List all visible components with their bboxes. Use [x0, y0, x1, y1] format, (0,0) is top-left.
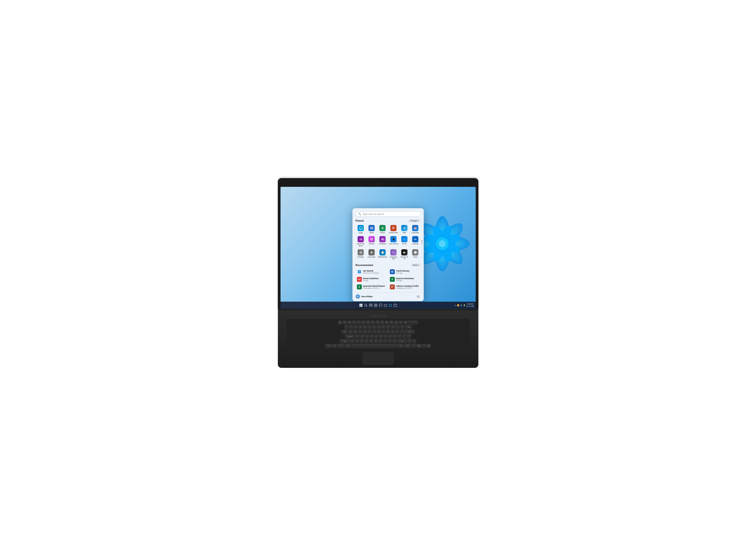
key-a[interactable]: A — [356, 335, 360, 339]
app-linkedin[interactable]: in LinkedIn — [410, 235, 420, 248]
app-edge[interactable]: Edge — [355, 224, 366, 235]
start-button[interactable] — [359, 303, 363, 307]
key-f5[interactable]: F5 — [361, 321, 365, 325]
key-pgup[interactable]: ↑ — [408, 339, 412, 343]
app-store[interactable]: 🛍 Microsoft Store — [355, 235, 366, 248]
key-slash[interactable]: / — [392, 339, 396, 343]
key-h[interactable]: H — [379, 335, 383, 339]
key-q[interactable]: Q — [349, 330, 353, 334]
key-lalt[interactable]: Alt — [345, 344, 351, 348]
key-b[interactable]: B — [369, 339, 373, 343]
tray-wifi[interactable]: 📶 — [457, 304, 459, 306]
key-4[interactable]: 4 — [363, 325, 367, 329]
rec-quarterly-payroll[interactable]: X Quarterly Payroll Report Yesterday at … — [355, 284, 387, 290]
taskbar-taskview[interactable] — [369, 303, 373, 307]
key-enter[interactable]: Enter — [405, 330, 415, 334]
taskbar-widgets[interactable] — [374, 303, 378, 307]
key-f7[interactable]: F7 — [371, 321, 375, 325]
key-lshift[interactable]: Shift — [340, 339, 350, 343]
key-rbracket[interactable]: ] — [400, 330, 404, 334]
app-whiteboard[interactable]: 📋 Whiteboard — [377, 248, 388, 261]
app-settings[interactable]: ⚙ Settings — [355, 248, 366, 261]
key-7[interactable]: 7 — [377, 325, 381, 329]
taskbar-datetime[interactable]: 10/20/21 11:11 AM — [466, 303, 474, 308]
rec-adatum-profile[interactable]: P Adatum Company Profile Yesterday at 1:… — [388, 284, 420, 290]
key-right[interactable]: → — [422, 344, 426, 348]
key-v[interactable]: V — [364, 339, 368, 343]
key-f3[interactable]: F3 — [352, 321, 356, 325]
key-home[interactable]: Home — [417, 344, 421, 348]
key-left[interactable]: ← — [412, 344, 416, 348]
key-space[interactable] — [352, 344, 397, 348]
taskbar-file-explorer[interactable] — [383, 303, 387, 307]
key-f11[interactable]: F11 — [389, 321, 393, 325]
key-m[interactable]: M — [378, 339, 382, 343]
key-2[interactable]: 2 — [354, 325, 358, 329]
key-f4[interactable]: F4 — [357, 321, 361, 325]
key-comma[interactable]: , — [383, 339, 387, 343]
taskbar-chat[interactable] — [379, 303, 383, 307]
key-backspace2[interactable]: ⌫ — [405, 325, 412, 329]
key-lbracket[interactable]: [ — [395, 330, 400, 334]
touchpad[interactable] — [363, 352, 394, 365]
taskbar-edge[interactable] — [388, 303, 392, 307]
key-e[interactable]: E — [358, 330, 362, 334]
key-f2[interactable]: F2 — [347, 321, 351, 325]
key-minus[interactable]: - — [396, 325, 400, 329]
tray-battery[interactable]: 🔋 — [463, 304, 465, 306]
key-end[interactable]: End — [427, 344, 431, 348]
rec-travel-itinerary[interactable]: W Travel Itinerary 17m ago — [388, 268, 420, 275]
key-equals[interactable]: = — [400, 325, 404, 329]
key-period[interactable]: . — [388, 339, 392, 343]
tray-chevron[interactable]: ∧ — [455, 304, 456, 306]
app-word[interactable]: W Word — [366, 224, 377, 235]
key-esc[interactable]: Esc — [338, 321, 342, 325]
key-rctrl[interactable]: Ctrl — [405, 344, 411, 348]
taskbar-search[interactable] — [364, 303, 368, 307]
tray-volume[interactable]: 🔊 — [460, 304, 462, 306]
key-u[interactable]: U — [377, 330, 381, 334]
taskbar-store[interactable] — [393, 303, 397, 307]
key-i[interactable]: I — [381, 330, 385, 334]
app-powerpoint[interactable]: P PowerPoint — [388, 224, 399, 235]
key-f10[interactable]: F10 — [385, 321, 389, 325]
key-backspace[interactable]: ← — [408, 321, 418, 325]
key-t[interactable]: T — [367, 330, 371, 334]
key-o[interactable]: O — [386, 330, 390, 334]
key-ralt[interactable]: Alt — [397, 344, 404, 348]
key-y[interactable]: Y — [372, 330, 376, 334]
rec-get-started[interactable]: Get Started Welcome to Windows — [355, 268, 387, 275]
key-0[interactable]: 0 — [391, 325, 395, 329]
search-bar[interactable]: 🔍 Type here to search — [355, 211, 420, 216]
app-mail[interactable]: ✉ Mail — [399, 224, 410, 235]
key-lctrl[interactable]: Ctrl — [325, 344, 332, 348]
rec-expense-worksheet[interactable]: X Expense Worksheet 12h ago — [388, 276, 420, 283]
key-quote[interactable]: ' — [402, 335, 406, 339]
rec-brand-guidelines[interactable]: PDF Brand Guidelines 2h ago — [355, 276, 387, 283]
key-f12[interactable]: F12 — [394, 321, 398, 325]
search-input[interactable]: Type here to search — [362, 213, 418, 215]
key-3[interactable]: 3 — [358, 325, 362, 329]
key-pgdn[interactable]: ↓ — [412, 339, 416, 343]
app-excel[interactable]: X Excel — [377, 224, 388, 235]
power-button[interactable] — [416, 294, 420, 299]
key-n[interactable]: N — [374, 339, 378, 343]
key-tab[interactable]: Tab — [341, 330, 348, 334]
more-button[interactable]: More › — [411, 263, 421, 266]
key-j[interactable]: J — [384, 335, 388, 339]
user-info[interactable]: S Sara Philips — [355, 294, 373, 299]
key-5[interactable]: 5 — [368, 325, 372, 329]
key-capslock[interactable]: Caps Lock — [345, 335, 355, 339]
key-l[interactable]: L — [393, 335, 397, 339]
key-9[interactable]: 9 — [386, 325, 390, 329]
app-clock[interactable]: 🕐 Clock — [410, 248, 420, 261]
all-apps-button[interactable]: All apps › — [408, 219, 420, 222]
key-6[interactable]: 6 — [372, 325, 376, 329]
app-movies[interactable]: ▶ Movies & TV — [399, 248, 410, 261]
app-snipping[interactable]: ✂ Snipping Tool — [388, 248, 399, 261]
key-backslash[interactable]: \ — [407, 335, 411, 339]
key-x[interactable]: X — [355, 339, 359, 343]
key-f1[interactable]: F1 — [343, 321, 347, 325]
key-8[interactable]: 8 — [382, 325, 386, 329]
key-fn[interactable]: Fn — [333, 344, 337, 348]
